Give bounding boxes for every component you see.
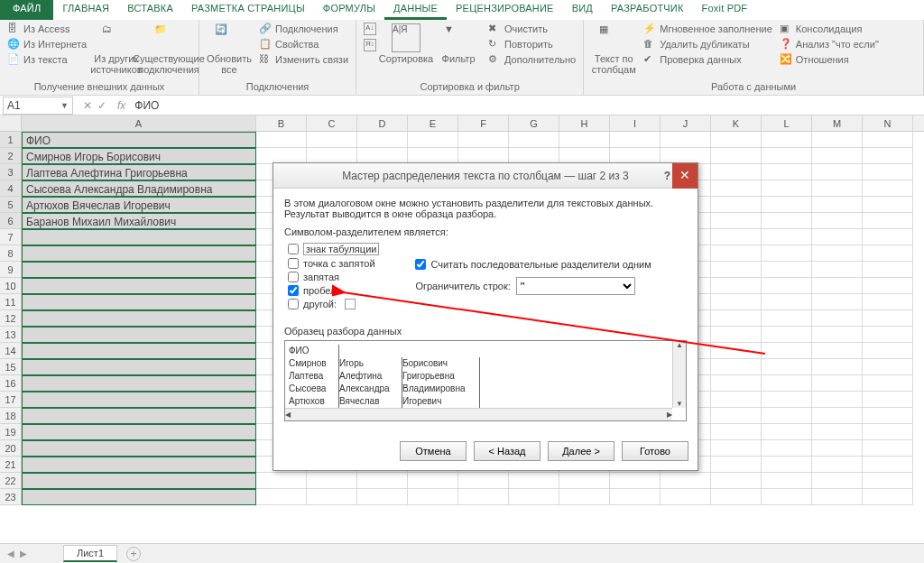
btn-whatif[interactable]: ❓Анализ "что если"	[778, 37, 881, 51]
cell[interactable]	[256, 473, 307, 489]
row-header[interactable]: 8	[0, 245, 22, 262]
cell[interactable]	[863, 310, 913, 327]
cell[interactable]	[863, 213, 913, 229]
row-header[interactable]: 2	[0, 148, 22, 164]
cell[interactable]	[22, 473, 256, 489]
cell[interactable]: Смирнов Игорь Борисович	[22, 148, 256, 164]
btn-from-text[interactable]: 📄Из текста	[5, 52, 88, 67]
cell[interactable]	[762, 229, 812, 245]
formula-value[interactable]: ФИО	[129, 99, 159, 112]
btn-advanced[interactable]: ⚙Дополнительно	[486, 52, 578, 67]
col-I[interactable]: I	[610, 115, 661, 131]
cell[interactable]	[307, 489, 357, 505]
cell[interactable]	[22, 424, 256, 440]
chk-other[interactable]: другой:	[288, 299, 379, 309]
row-header[interactable]: 3	[0, 164, 22, 180]
help-button[interactable]: ?	[664, 170, 670, 182]
cell[interactable]	[812, 245, 863, 262]
btn-edit-links[interactable]: ⛓Изменить связи	[257, 52, 350, 67]
cell[interactable]	[762, 375, 812, 392]
cancel-icon[interactable]: ✕	[83, 99, 92, 112]
cell[interactable]	[812, 327, 863, 343]
cell[interactable]	[711, 408, 762, 424]
cell[interactable]	[812, 359, 863, 375]
row-header[interactable]: 19	[0, 424, 22, 440]
cell[interactable]	[610, 473, 661, 489]
cell[interactable]	[22, 489, 256, 505]
sheet-tab-1[interactable]: Лист1	[63, 545, 117, 562]
cell[interactable]	[762, 278, 812, 294]
cell[interactable]	[711, 278, 762, 294]
cell[interactable]	[22, 359, 256, 375]
cell[interactable]	[863, 180, 913, 197]
cell[interactable]	[22, 327, 256, 343]
btn-text-to-columns[interactable]: ▦Текст по столбцам	[589, 22, 638, 77]
cell[interactable]	[863, 229, 913, 245]
cell[interactable]	[22, 310, 256, 327]
cell[interactable]	[863, 327, 913, 343]
row-header[interactable]: 13	[0, 327, 22, 343]
cell[interactable]	[458, 132, 509, 148]
btn-from-web[interactable]: 🌐Из Интернета	[5, 37, 88, 51]
row-header[interactable]: 17	[0, 392, 22, 408]
cell[interactable]	[762, 327, 812, 343]
row-header[interactable]: 9	[0, 262, 22, 278]
cell[interactable]	[812, 392, 863, 408]
cell[interactable]	[559, 132, 610, 148]
cell[interactable]	[812, 424, 863, 440]
cell[interactable]	[863, 473, 913, 489]
btn-relations[interactable]: 🔀Отношения	[778, 52, 881, 67]
other-delim-input[interactable]	[345, 299, 356, 309]
cell[interactable]	[762, 343, 812, 359]
cell[interactable]	[22, 278, 256, 294]
btn-connections[interactable]: 🔗Подключения	[257, 22, 350, 36]
chk-semicolon[interactable]: точка с запятой	[288, 258, 379, 269]
cancel-button[interactable]: Отмена	[400, 441, 467, 461]
btn-sort[interactable]: А|ЯСортировка	[382, 22, 430, 66]
cell[interactable]	[711, 164, 762, 180]
close-button[interactable]: ✕	[672, 163, 698, 189]
btn-consolidate[interactable]: ▣Консолидация	[778, 22, 881, 36]
cell[interactable]	[812, 294, 863, 310]
cell[interactable]	[762, 132, 812, 148]
row-header[interactable]: 21	[0, 457, 22, 473]
cell[interactable]	[22, 440, 256, 457]
row-header[interactable]: 16	[0, 375, 22, 392]
qualifier-select[interactable]: "	[516, 277, 635, 295]
cell[interactable]	[762, 489, 812, 505]
cell[interactable]	[357, 473, 408, 489]
tab-view[interactable]: ВИД	[563, 0, 602, 20]
cell[interactable]	[863, 424, 913, 440]
cell[interactable]	[22, 457, 256, 473]
cell[interactable]	[762, 310, 812, 327]
btn-sort-az[interactable]: А↓	[362, 22, 378, 36]
btn-reapply[interactable]: ↻Повторить	[486, 37, 578, 51]
row-header[interactable]: 11	[0, 294, 22, 310]
row-header[interactable]: 23	[0, 489, 22, 505]
cell[interactable]	[762, 294, 812, 310]
cell[interactable]	[863, 164, 913, 180]
select-all-corner[interactable]	[0, 115, 22, 131]
cell[interactable]	[711, 343, 762, 359]
cell[interactable]	[711, 489, 762, 505]
col-D[interactable]: D	[357, 115, 408, 131]
cell[interactable]: ФИО	[22, 132, 256, 148]
cell[interactable]	[863, 359, 913, 375]
cell[interactable]	[711, 294, 762, 310]
tab-developer[interactable]: РАЗРАБОТЧИК	[602, 0, 693, 20]
tab-review[interactable]: РЕЦЕНЗИРОВАНИЕ	[447, 0, 563, 20]
col-J[interactable]: J	[661, 115, 711, 131]
cell[interactable]	[711, 132, 762, 148]
cell[interactable]	[863, 294, 913, 310]
cell[interactable]	[509, 489, 559, 505]
next-button[interactable]: Далее >	[548, 441, 614, 461]
cell[interactable]	[863, 392, 913, 408]
cell[interactable]	[22, 343, 256, 359]
accept-icon[interactable]: ✓	[97, 99, 106, 112]
col-L[interactable]: L	[762, 115, 812, 131]
cell[interactable]	[812, 457, 863, 473]
cell[interactable]	[812, 473, 863, 489]
row-header[interactable]: 6	[0, 213, 22, 229]
cell[interactable]	[812, 164, 863, 180]
cell[interactable]	[762, 148, 812, 164]
